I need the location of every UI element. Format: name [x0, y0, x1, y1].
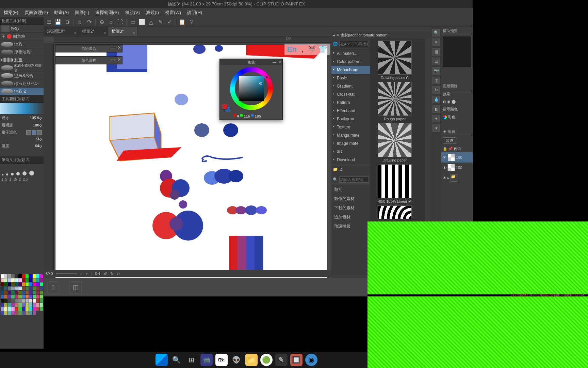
- menu-file[interactable]: 檔案(F): [1, 8, 21, 17]
- density-slider[interactable]: 濃度64◇: [0, 142, 44, 150]
- canvas[interactable]: [55, 45, 327, 278]
- layer-row[interactable]: 👁 ▸ 📁: [441, 173, 473, 183]
- material-tree-item[interactable]: Manga mate: [331, 131, 370, 139]
- material-tree-item[interactable]: Effect and: [331, 107, 370, 115]
- zoom-slider[interactable]: [56, 273, 77, 274]
- color-swatch[interactable]: [36, 278, 39, 282]
- minimize-icon[interactable]: —: [273, 59, 276, 65]
- color-swatch[interactable]: [36, 303, 39, 307]
- check-icon[interactable]: ✓: [165, 18, 174, 26]
- color-swatch[interactable]: [11, 299, 14, 303]
- side-item[interactable]: 製作的素材: [331, 194, 370, 203]
- color-swatch[interactable]: [22, 291, 25, 294]
- mode-btn[interactable]: [32, 130, 36, 135]
- material-thumb[interactable]: [372, 205, 417, 219]
- material-tree-item[interactable]: Monochrom: [331, 66, 370, 74]
- color-swatch[interactable]: [33, 274, 36, 278]
- color-swatch[interactable]: [40, 307, 43, 311]
- material-tree-item[interactable]: Pattern: [331, 98, 370, 107]
- brush-item[interactable]: ぼったりペン: [0, 80, 44, 88]
- target-icon[interactable]: ⊕: [98, 18, 106, 26]
- opacity-slider[interactable]: 透明度100◇: [0, 122, 44, 129]
- color-swatch[interactable]: [4, 287, 7, 290]
- color-swatch[interactable]: [4, 311, 7, 315]
- menu-filter[interactable]: 濾鏡(I): [143, 8, 162, 17]
- color-swatch[interactable]: [15, 311, 18, 315]
- material-thumb[interactable]: Drawing paper: [372, 123, 417, 162]
- color-swatch[interactable]: [26, 295, 29, 298]
- color-swatch[interactable]: [1, 278, 4, 282]
- layers-icon[interactable]: ▤: [432, 58, 440, 65]
- color-swatch[interactable]: [1, 282, 4, 286]
- clip-icon[interactable]: ⊡: [458, 147, 461, 151]
- color-swatch[interactable]: [4, 291, 7, 294]
- menu-help[interactable]: 說明(H): [184, 8, 205, 17]
- color-swatch[interactable]: [33, 278, 36, 282]
- grid-icon[interactable]: ▦: [432, 48, 440, 56]
- color-swatch[interactable]: [26, 311, 29, 315]
- minimize-icon[interactable]: —: [110, 45, 115, 51]
- sv-square[interactable]: [239, 76, 264, 101]
- side-item[interactable]: 下載的素材: [331, 203, 370, 213]
- color-swatch[interactable]: [22, 287, 25, 290]
- color-swatch[interactable]: [29, 287, 32, 290]
- color-swatch[interactable]: [8, 299, 11, 303]
- subtool-row[interactable]: 粉彩: [0, 25, 44, 33]
- color-swatch[interactable]: [15, 274, 18, 278]
- layer-row[interactable]: 👁 100: [441, 152, 473, 163]
- side-item[interactable]: 類別: [331, 185, 370, 194]
- square-icon[interactable]: ⬜: [138, 18, 146, 26]
- app-icon[interactable]: 🔲: [290, 354, 303, 366]
- camera-icon[interactable]: 📷: [432, 67, 440, 75]
- color-swatch[interactable]: [11, 307, 14, 311]
- mix-slider[interactable]: 73◇: [0, 136, 44, 142]
- size-dot[interactable]: [22, 171, 27, 175]
- eye-icon[interactable]: 👁: [443, 166, 446, 170]
- color-swatch[interactable]: [15, 278, 18, 282]
- blend-mode[interactable]: 普通: [441, 136, 473, 145]
- panel-header[interactable]: 色值 — ×: [220, 59, 282, 65]
- mode-btn[interactable]: [37, 130, 42, 135]
- color-swatch[interactable]: [18, 291, 21, 294]
- chevron-left-icon[interactable]: ◂: [333, 33, 335, 37]
- foreground-color[interactable]: [222, 104, 227, 109]
- new-icon[interactable]: 🗋: [339, 167, 343, 172]
- color-swatch[interactable]: [1, 291, 4, 294]
- close-icon[interactable]: ×: [118, 45, 121, 51]
- material-tree-item[interactable]: Download: [331, 156, 370, 164]
- color-swatch[interactable]: [36, 295, 39, 298]
- color-swatch[interactable]: [1, 299, 4, 303]
- color-swatch[interactable]: [18, 295, 21, 298]
- rect-icon[interactable]: ▭: [129, 18, 137, 26]
- box-icon[interactable]: ◫: [432, 77, 440, 84]
- save-icon[interactable]: 💾: [54, 18, 62, 26]
- color-swatch[interactable]: [33, 299, 36, 303]
- material-search-input[interactable]: [339, 41, 369, 47]
- material-tree-item[interactable]: Gradient: [331, 82, 370, 90]
- color-swatch[interactable]: [1, 274, 4, 278]
- color-swatch[interactable]: [29, 278, 32, 282]
- color-swatch[interactable]: [11, 303, 14, 307]
- material-thumb[interactable]: Drawing paper C: [372, 41, 417, 80]
- taskview-icon[interactable]: ⊞: [185, 354, 198, 366]
- color-swatch[interactable]: [33, 311, 36, 315]
- material-tree-item[interactable]: Image mate: [331, 139, 370, 148]
- color-swatch[interactable]: [33, 287, 36, 290]
- chrome-icon[interactable]: 🟢: [260, 354, 273, 366]
- color-swatch[interactable]: [8, 307, 11, 311]
- color-swatch[interactable]: [15, 307, 18, 311]
- alien-icon[interactable]: 👽: [230, 354, 243, 366]
- color-swatch[interactable]: [8, 282, 11, 286]
- color-swatch[interactable]: [22, 295, 25, 298]
- color-swatch[interactable]: [26, 299, 29, 303]
- layer-row[interactable]: 👁 100: [441, 163, 473, 173]
- color-swatch[interactable]: [18, 282, 21, 286]
- material-tree-item[interactable]: Basic: [331, 74, 370, 82]
- color-swatch[interactable]: [29, 295, 32, 298]
- color-swatch[interactable]: [4, 274, 7, 278]
- color-swatch[interactable]: [36, 307, 39, 311]
- pencil-icon[interactable]: ✎: [156, 18, 164, 26]
- start-button[interactable]: [156, 354, 168, 366]
- color-swatch[interactable]: [18, 287, 21, 290]
- color-swatch[interactable]: [29, 291, 32, 294]
